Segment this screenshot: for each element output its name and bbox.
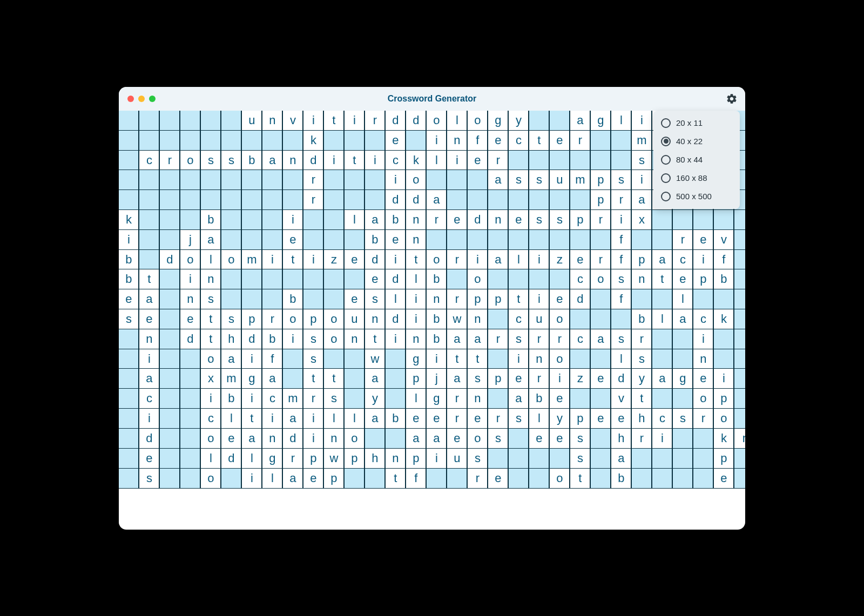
cell-letter[interactable]: e bbox=[364, 269, 385, 289]
cell-letter[interactable]: r bbox=[611, 189, 631, 210]
cell-letter[interactable]: a bbox=[590, 329, 611, 349]
cell-letter[interactable]: a bbox=[467, 329, 488, 349]
cell-letter[interactable]: b bbox=[241, 150, 262, 171]
cell-letter[interactable]: x bbox=[631, 209, 652, 230]
cell-letter[interactable]: e bbox=[693, 229, 713, 250]
cell-blank[interactable] bbox=[508, 448, 529, 469]
cell-blank[interactable] bbox=[570, 229, 590, 250]
cell-blank[interactable] bbox=[734, 269, 745, 289]
cell-letter[interactable]: i bbox=[447, 150, 467, 171]
cell-blank[interactable] bbox=[262, 229, 282, 250]
cell-letter[interactable]: b bbox=[385, 408, 406, 429]
cell-blank[interactable] bbox=[508, 229, 529, 250]
cell-letter[interactable]: n bbox=[447, 130, 467, 151]
crossword-grid[interactable]: unvitirddologyaglitkeinfectermecrossband… bbox=[119, 111, 745, 488]
cell-letter[interactable]: a bbox=[406, 428, 426, 449]
cell-letter[interactable]: e bbox=[570, 249, 590, 270]
cell-letter[interactable]: s bbox=[508, 408, 529, 429]
cell-letter[interactable]: r bbox=[570, 130, 590, 151]
cell-letter[interactable]: l bbox=[529, 408, 549, 429]
cell-blank[interactable] bbox=[221, 289, 241, 309]
cell-letter[interactable]: r bbox=[488, 150, 508, 171]
cell-blank[interactable] bbox=[159, 229, 180, 250]
cell-letter[interactable]: s bbox=[611, 329, 631, 349]
cell-blank[interactable] bbox=[467, 189, 488, 210]
cell-letter[interactable]: i bbox=[713, 368, 734, 389]
cell-letter[interactable]: c bbox=[139, 150, 159, 171]
cell-letter[interactable]: r bbox=[303, 189, 323, 210]
cell-letter[interactable]: b bbox=[529, 388, 549, 409]
cell-blank[interactable] bbox=[734, 329, 745, 349]
cell-letter[interactable]: s bbox=[467, 448, 488, 469]
cell-blank[interactable] bbox=[119, 349, 139, 369]
cell-letter[interactable]: n bbox=[488, 209, 508, 230]
cell-blank[interactable] bbox=[180, 209, 200, 230]
cell-letter[interactable]: e bbox=[139, 448, 159, 469]
cell-letter[interactable]: i bbox=[344, 111, 364, 131]
cell-letter[interactable]: e bbox=[303, 468, 323, 489]
cell-letter[interactable]: r bbox=[447, 249, 467, 270]
cell-letter[interactable]: i bbox=[200, 388, 221, 409]
cell-letter[interactable]: r bbox=[447, 388, 467, 409]
cell-blank[interactable] bbox=[241, 170, 262, 190]
cell-letter[interactable]: a bbox=[447, 329, 467, 349]
minimize-window-button[interactable] bbox=[138, 96, 145, 102]
cell-letter[interactable]: y bbox=[631, 368, 652, 389]
cell-blank[interactable] bbox=[344, 269, 364, 289]
cell-letter[interactable]: b bbox=[713, 269, 734, 289]
cell-letter[interactable]: l bbox=[652, 309, 672, 329]
cell-blank[interactable] bbox=[713, 329, 734, 349]
cell-blank[interactable] bbox=[549, 229, 570, 250]
cell-blank[interactable] bbox=[119, 170, 139, 190]
cell-letter[interactable]: r bbox=[364, 111, 385, 131]
cell-letter[interactable]: l bbox=[611, 349, 631, 369]
cell-letter[interactable]: i bbox=[303, 408, 323, 429]
cell-blank[interactable] bbox=[262, 170, 282, 190]
cell-letter[interactable]: b bbox=[262, 329, 282, 349]
cell-blank[interactable] bbox=[529, 468, 549, 489]
cell-letter[interactable]: o bbox=[467, 269, 488, 289]
cell-blank[interactable] bbox=[282, 368, 303, 389]
cell-blank[interactable] bbox=[364, 468, 385, 489]
cell-blank[interactable] bbox=[426, 468, 447, 489]
cell-letter[interactable]: i bbox=[303, 428, 323, 449]
cell-letter[interactable]: b bbox=[385, 209, 406, 230]
cell-letter[interactable]: r bbox=[672, 229, 693, 250]
cell-blank[interactable] bbox=[652, 349, 672, 369]
cell-letter[interactable]: t bbox=[200, 309, 221, 329]
cell-blank[interactable] bbox=[119, 150, 139, 171]
cell-blank[interactable] bbox=[693, 289, 713, 309]
cell-letter[interactable]: z bbox=[570, 368, 590, 389]
cell-blank[interactable] bbox=[713, 349, 734, 369]
cell-blank[interactable] bbox=[180, 448, 200, 469]
cell-blank[interactable] bbox=[652, 229, 672, 250]
cell-letter[interactable]: e bbox=[529, 428, 549, 449]
cell-letter[interactable]: t bbox=[508, 289, 529, 309]
cell-letter[interactable]: c bbox=[385, 150, 406, 171]
cell-letter[interactable]: c bbox=[508, 130, 529, 151]
cell-letter[interactable]: d bbox=[406, 111, 426, 131]
cell-letter[interactable]: s bbox=[119, 309, 139, 329]
cell-blank[interactable] bbox=[385, 349, 406, 369]
cell-blank[interactable] bbox=[488, 309, 508, 329]
cell-letter[interactable]: a bbox=[426, 189, 447, 210]
cell-blank[interactable] bbox=[282, 269, 303, 289]
cell-letter[interactable]: f bbox=[467, 130, 488, 151]
cell-letter[interactable]: d bbox=[570, 289, 590, 309]
cell-letter[interactable]: s bbox=[364, 289, 385, 309]
cell-blank[interactable] bbox=[590, 229, 611, 250]
cell-letter[interactable]: i bbox=[262, 408, 282, 429]
cell-letter[interactable]: n bbox=[467, 309, 488, 329]
cell-blank[interactable] bbox=[119, 368, 139, 389]
cell-letter[interactable]: s bbox=[200, 150, 221, 171]
cell-letter[interactable]: n bbox=[364, 309, 385, 329]
cell-blank[interactable] bbox=[221, 170, 241, 190]
cell-letter[interactable]: g bbox=[262, 448, 282, 469]
cell-blank[interactable] bbox=[139, 189, 159, 210]
cell-blank[interactable] bbox=[159, 111, 180, 131]
cell-letter[interactable]: b bbox=[426, 269, 447, 289]
cell-letter[interactable]: e bbox=[549, 289, 570, 309]
cell-blank[interactable] bbox=[159, 349, 180, 369]
cell-letter[interactable]: s bbox=[221, 309, 241, 329]
cell-blank[interactable] bbox=[570, 309, 590, 329]
